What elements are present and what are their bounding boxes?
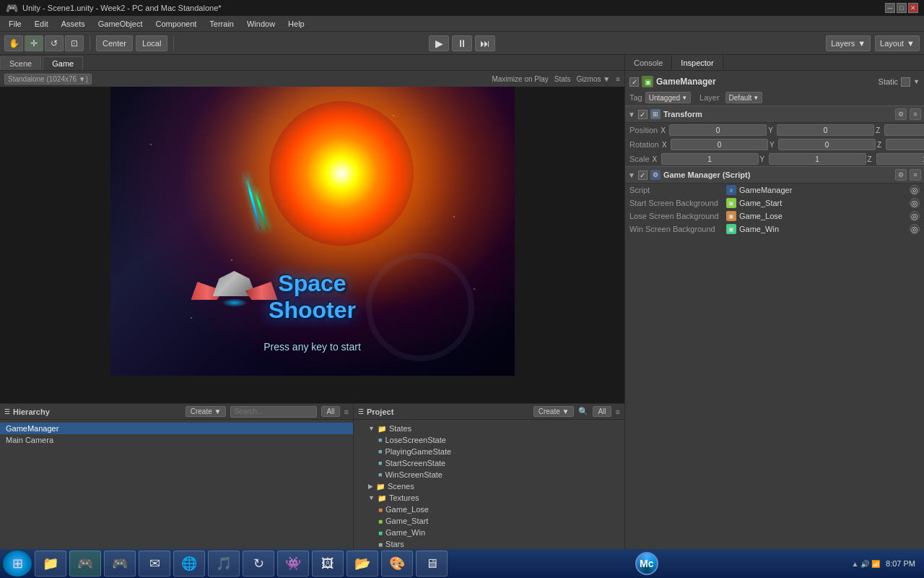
scale-x-input[interactable] xyxy=(661,153,759,165)
menu-help[interactable]: Help xyxy=(282,18,310,30)
layer-dropdown[interactable]: Default ▼ xyxy=(725,92,763,103)
win-bg-select-button[interactable]: ◎ xyxy=(910,224,920,234)
menu-gameobject[interactable]: GameObject xyxy=(92,18,149,30)
project-item-game-start[interactable]: ■ Game_Start xyxy=(354,515,624,527)
move-tool-button[interactable]: ✛ xyxy=(25,35,43,51)
script-select-button[interactable]: ◎ xyxy=(910,185,920,195)
separator-1 xyxy=(90,36,90,51)
hierarchy-all-button[interactable]: All xyxy=(321,406,339,417)
minimize-button[interactable]: ─ xyxy=(885,3,895,13)
project-all-button[interactable]: All xyxy=(593,406,611,417)
project-item-game-win[interactable]: ■ Game_Win xyxy=(354,527,624,538)
pause-button[interactable]: ⏸ xyxy=(452,35,472,51)
gizmos-label[interactable]: Gizmos ▼ xyxy=(577,75,611,83)
taskbar-app-image[interactable]: 🖼 xyxy=(312,551,344,577)
startscreenstate-icon: ■ xyxy=(378,460,382,467)
play-button[interactable]: ▶ xyxy=(429,35,449,51)
project-create-button[interactable]: Create ▼ xyxy=(533,406,575,417)
project-item-scenes[interactable]: ▶ 📁 Scenes xyxy=(354,480,624,492)
scale-y-input[interactable] xyxy=(769,153,866,165)
project-item-states[interactable]: ▼ 📁 States xyxy=(354,423,624,434)
transform-component-header[interactable]: ⊞ Transform ⚙ ≡ xyxy=(625,105,924,123)
title-bar-controls[interactable]: ─ □ ✕ xyxy=(885,3,918,13)
taskbar-clock[interactable]: 8:07 PM xyxy=(886,559,915,568)
taskbar-app-unity[interactable]: 🎮 xyxy=(69,551,101,577)
project-item-playinggamestate[interactable]: ■ PlayingGameState xyxy=(354,446,624,457)
project-item-textures[interactable]: ▼ 📁 Textures xyxy=(354,492,624,504)
tab-scene[interactable]: Scene xyxy=(0,56,41,70)
taskbar-app-explorer[interactable]: 📁 xyxy=(35,551,66,577)
maximize-on-play-label[interactable]: Maximize on Play xyxy=(492,75,548,83)
scale-y-label: Y xyxy=(760,155,767,163)
rotate-tool-button[interactable]: ↺ xyxy=(45,35,64,51)
step-button[interactable]: ⏭ xyxy=(475,35,495,51)
transform-settings-icon[interactable]: ⚙ xyxy=(895,108,907,120)
scenes-fold-icon: ▶ xyxy=(368,483,373,490)
rotation-y-input[interactable] xyxy=(778,139,876,150)
taskbar-app-mail[interactable]: ✉ xyxy=(139,551,170,577)
win-texture-icon: ▣ xyxy=(726,224,736,234)
start-button[interactable]: ⊞ xyxy=(3,551,32,577)
gamescript-settings-icon[interactable]: ⚙ xyxy=(895,169,907,181)
project-item-stars[interactable]: ■ Stars xyxy=(354,538,624,550)
project-item-startscreenstate[interactable]: ■ StartScreenState xyxy=(354,457,624,469)
gamescript-component-header[interactable]: ⚙ Game Manager (Script) ⚙ ≡ xyxy=(625,166,924,184)
scale-z-input[interactable] xyxy=(876,153,924,165)
gamescript-menu-icon[interactable]: ≡ xyxy=(910,169,921,181)
hand-tool-button[interactable]: ✋ xyxy=(4,35,23,51)
rotation-label: Rotation xyxy=(629,140,659,149)
maximize-button[interactable]: □ xyxy=(897,3,907,13)
gamescript-enable-checkbox[interactable] xyxy=(638,171,648,180)
hierarchy-search[interactable] xyxy=(230,406,317,418)
rotation-x-input[interactable] xyxy=(671,139,768,150)
position-y-input[interactable] xyxy=(777,124,874,136)
hierarchy-item-gamemanager[interactable]: GameManager xyxy=(0,423,353,434)
position-x-input[interactable] xyxy=(669,124,767,136)
close-button[interactable]: ✕ xyxy=(908,3,918,13)
center-toggle[interactable]: Center xyxy=(96,35,133,51)
menu-file[interactable]: File xyxy=(3,18,27,30)
taskbar-app-chrome[interactable]: 🌐 xyxy=(173,551,205,577)
stats-label[interactable]: Stats xyxy=(554,75,571,83)
layers-dropdown[interactable]: Layers ▼ xyxy=(826,35,871,51)
hierarchy-item-maincamera[interactable]: Main Camera xyxy=(0,434,353,446)
taskbar-app-update[interactable]: ↻ xyxy=(243,551,274,577)
tab-game[interactable]: Game xyxy=(43,56,83,70)
lose-bg-select-button[interactable]: ◎ xyxy=(910,211,920,221)
taskbar-app-paint[interactable]: 🎨 xyxy=(381,551,413,577)
start-bg-select-button[interactable]: ◎ xyxy=(910,198,920,208)
layout-dropdown[interactable]: Layout ▼ xyxy=(875,35,920,51)
menu-assets[interactable]: Assets xyxy=(56,18,91,30)
taskbar-app-steam[interactable]: 🎮 xyxy=(104,551,136,577)
expand-icon[interactable]: ≡ xyxy=(616,75,620,83)
transform-menu-icon[interactable]: ≡ xyxy=(910,108,921,120)
local-toggle[interactable]: Local xyxy=(136,35,167,51)
project-item-game-lose[interactable]: ■ Game_Lose xyxy=(354,504,624,515)
taskbar-app-game2[interactable]: 👾 xyxy=(277,551,309,577)
gameobject-name[interactable]: GameManager xyxy=(656,77,876,87)
tag-dropdown[interactable]: Untagged ▼ xyxy=(645,92,691,103)
position-z-input[interactable] xyxy=(884,124,924,136)
tab-inspector[interactable]: Inspector xyxy=(672,55,723,70)
project-item-winscreenstate[interactable]: ■ WinScreenState xyxy=(354,469,624,480)
taskbar-app-music[interactable]: 🎵 xyxy=(208,551,240,577)
menu-window[interactable]: Window xyxy=(241,18,281,30)
menu-component[interactable]: Component xyxy=(149,18,202,30)
rotation-z-input[interactable] xyxy=(886,139,924,150)
hierarchy-menu-icon[interactable]: ≡ xyxy=(344,407,349,416)
menu-terrain[interactable]: Terrain xyxy=(204,18,240,30)
taskbar-app-photoshop[interactable]: 🖥 xyxy=(416,551,448,577)
menu-edit[interactable]: Edit xyxy=(29,18,54,30)
tab-console[interactable]: Console xyxy=(625,55,672,70)
static-dropdown-icon[interactable]: ▼ xyxy=(913,78,920,85)
hierarchy-create-button[interactable]: Create ▼ xyxy=(186,406,227,417)
transform-enable-checkbox[interactable] xyxy=(638,110,648,119)
taskbar-app-folder2[interactable]: 📂 xyxy=(346,551,378,577)
static-checkbox[interactable] xyxy=(901,77,910,87)
tag-label: Tag xyxy=(629,93,642,102)
project-menu-icon[interactable]: ≡ xyxy=(616,407,620,416)
standalone-label[interactable]: Standalone (1024x76 ▼) xyxy=(4,74,92,85)
gameobject-active-checkbox[interactable] xyxy=(629,77,639,87)
project-item-losescreenstate[interactable]: ■ LoseScreenState xyxy=(354,434,624,446)
scale-tool-button[interactable]: ⊡ xyxy=(65,35,84,51)
